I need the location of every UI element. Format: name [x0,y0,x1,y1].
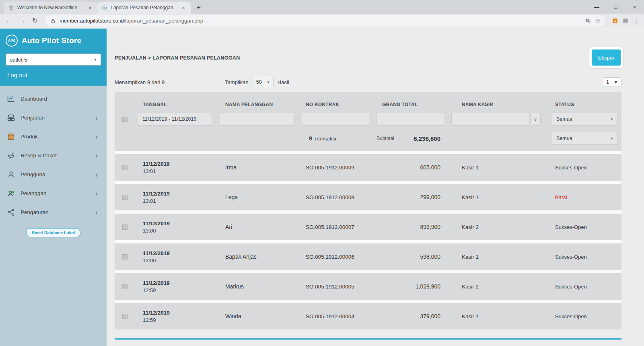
bookmark-star-icon[interactable]: ☆ [595,17,601,25]
status-filter[interactable]: Semua ▼ [552,113,618,126]
table-row[interactable]: 11/12/2019 13:00 Ari SO.005.1912.00007 8… [115,214,621,240]
transactions-count: 9Transaksi [306,135,382,142]
row-time: 13:01 [143,198,225,204]
refresh-icon[interactable]: ↻ [30,16,40,26]
users-icon [6,170,15,179]
row-time: 12:59 [143,287,225,293]
browser-menu-icon[interactable]: ⋮ [633,17,640,25]
sidebar-item-pengguna[interactable]: Pengguna › [0,165,107,184]
row-checkbox[interactable] [122,254,128,260]
sidebar-item-penjualan[interactable]: Penjualan › [0,108,107,127]
extension-orange-icon[interactable] [612,18,618,24]
tab-close-icon[interactable]: × [87,5,93,11]
status-filter-2-value: Semua [556,136,572,141]
row-grand-total: 379,000 [382,313,440,319]
table-row[interactable]: 11/12/2019 13:00 Bapak Anjas SO.005.1912… [115,243,621,270]
translate-icon[interactable] [585,18,591,24]
row-checkbox[interactable] [122,284,128,289]
page-topbar: PENJUALAN > LAPORAN PESANAN PELANGGAN Ek… [115,29,621,77]
export-button[interactable]: Ekspor [592,49,621,66]
subtotal-value: 6,236,600 [414,135,440,142]
cashier-filter[interactable] [451,113,529,126]
row-cashier: Kasir 1 [440,313,550,319]
sidebar-item-pelanggan[interactable]: Pelanggan › [0,184,107,203]
row-status: Sukses-Open [550,313,621,319]
table-row[interactable]: 11/12/2019 13:01 Irma SO.005.1912.00009 … [115,154,621,181]
table-row[interactable]: 11/12/2019 12:59 Winda SO.005.1912.00004… [115,303,621,330]
sidebar-item-pengaturan[interactable]: Pengaturan › [0,203,107,222]
grand-total-filter[interactable] [377,113,444,126]
cashier-dropdown-button[interactable]: ∨ [530,113,541,126]
sidebar-item-resep-paket[interactable]: Resep & Paket › [0,146,107,165]
minimize-button[interactable]: — [587,0,606,14]
sidebar-item-dashboard[interactable]: Dashboard › [0,89,107,108]
browser-tab-laporan[interactable]: Laporan Pesanan Pelanggan × [97,2,191,14]
browser-tab-backoffice[interactable]: Welcome to New Backoffice × [4,2,97,14]
dropdown-icon: ▼ [613,79,618,85]
chevron-right-icon: › [95,114,100,122]
footer-accent-line [115,338,621,340]
column-no-kontrak: NO KONTRAK [306,102,382,107]
new-tab-button[interactable]: + [193,2,204,13]
row-grand-total: 605.000 [382,164,440,171]
row-checkbox[interactable] [122,224,128,230]
sidebar-item-produk[interactable]: Produk › [0,127,107,146]
row-cashier: Kasir 2 [440,224,550,230]
table-row[interactable]: 11/12/2019 13:01 Lega SO.005.1912.00008 … [115,184,621,210]
column-tanggal: TANGGAL [135,102,225,107]
main-content: PENJUALAN > LAPORAN PESANAN PELANGGAN Ek… [107,29,644,346]
row-customer-name: Ari [225,224,306,230]
transactions-number: 9 [309,135,312,142]
table-header: TANGGAL NAMA PELANGGAN NO KONTRAK GRAND … [115,92,621,151]
row-grand-total: 899,900 [382,224,440,230]
row-cashier: Kasir 1 [440,254,550,260]
date-range-filter[interactable]: 11/12/2019 - 11/12/2019 [138,113,212,126]
extension-gray-icon[interactable] [622,18,629,24]
showing-count-text: Menampilkan 9 dari 9 [115,79,165,85]
outlet-select[interactable]: outlet-5 ▼ [6,54,101,66]
row-contract-number: SO.005.1912.00009 [306,165,382,171]
table-row[interactable]: 11/12/2019 12:59 Markus SO.005.1912.0000… [115,273,621,300]
logout-link[interactable]: Log out [0,68,107,84]
reset-database-button[interactable]: Reset Database Lokal [26,228,80,237]
status-filter-secondary[interactable]: Semua ▼ [552,132,618,145]
sidebar-menu: Dashboard › Penjualan › Produk › Resep &… [0,86,107,222]
list-controls: Menampilkan 9 dari 9 Tampilkan 50 ▼ Hasi… [115,77,621,87]
per-page-select[interactable]: 50 ▼ [253,77,274,87]
row-checkbox[interactable] [122,314,128,319]
row-date: 11/12/2019 [143,280,225,286]
column-status: STATUS [550,102,621,107]
row-customer-name: Markus [225,283,306,290]
close-window-button[interactable]: × [625,0,644,14]
settings-icon [6,208,15,217]
dropdown-icon: ▼ [267,80,270,84]
customer-filter[interactable] [220,113,295,126]
select-all-checkbox[interactable] [122,117,128,122]
row-date: 11/12/2019 [143,191,225,197]
tab-close-icon[interactable]: × [180,5,187,11]
row-status: Batal [550,194,621,200]
url-bar[interactable]: member.autopilotstore.co.id/laporan_pesa… [45,15,605,27]
url-path: /laporan_pesanan_pelanggan.php [124,18,203,24]
column-grand-total: GRAND TOTAL [382,102,440,107]
row-customer-name: Lega [225,194,306,200]
chevron-right-icon: › [95,171,100,178]
subtotal-label: Subtotal [377,136,394,141]
outlet-select-value: outlet-5 [10,57,27,63]
contract-filter[interactable] [302,113,369,126]
back-icon[interactable]: ← [4,16,14,26]
row-time: 13:01 [143,168,225,174]
sidebar-item-label: Resep & Paket [21,152,90,159]
row-customer-name: Irma [225,164,306,171]
dashboard-icon [6,95,15,103]
row-customer-name: Bapak Anjas [225,253,306,260]
row-checkbox[interactable] [122,165,128,170]
sidebar-header: APS Auto Pilot Store outlet-5 ▼ Log out [0,29,107,86]
row-checkbox[interactable] [122,195,128,200]
page-select[interactable]: 1 ▼ [603,77,621,87]
maximize-button[interactable]: □ [606,0,625,14]
row-status: Sukses-Open [550,165,621,171]
brand-name: Auto Pilot Store [22,36,81,45]
row-date: 11/12/2019 [143,161,225,167]
chevron-right-icon: › [95,209,100,216]
